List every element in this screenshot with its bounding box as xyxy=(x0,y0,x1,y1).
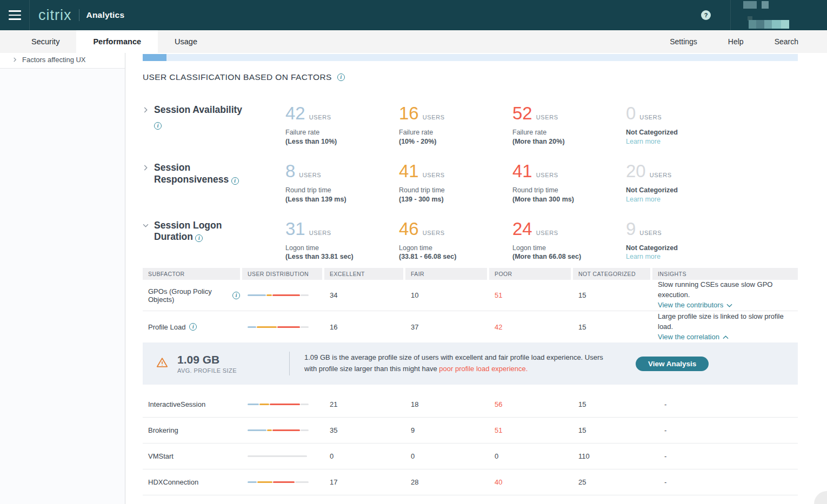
horizontal-scrollbar[interactable] xyxy=(143,54,798,61)
search-link[interactable]: Search xyxy=(775,37,798,46)
poor-count: 51 xyxy=(489,426,571,434)
col-poor[interactable]: POOR xyxy=(489,268,571,280)
factor-session-responsiveness: Session Responsiveness i 8USERS Round tr… xyxy=(143,162,798,204)
stat-unit: USERS xyxy=(639,114,662,120)
excellent-count: 35 xyxy=(324,426,403,434)
insight-text: - xyxy=(652,478,798,486)
scrollbar-thumb[interactable] xyxy=(143,54,166,61)
col-subfactor[interactable]: SUBFACTOR xyxy=(143,268,240,280)
info-icon[interactable]: i xyxy=(195,234,203,242)
stat-not-categorized: 9USERS Not Categorized Learn more xyxy=(626,220,798,262)
primary-tab-bar: Security Performance Usage Settings Help… xyxy=(0,30,827,53)
stat-range: (139 - 300 ms) xyxy=(399,195,512,204)
stat-metric: Failure rate xyxy=(399,128,512,137)
not-categorized-count: 25 xyxy=(573,478,650,486)
left-sidebar: Factors affecting UX xyxy=(0,53,125,504)
stat-value: 41 xyxy=(512,161,532,181)
info-icon[interactable]: i xyxy=(154,122,162,130)
sidebar-item-factors-affecting-ux[interactable]: Factors affecting UX xyxy=(0,53,125,69)
stat-value: 0 xyxy=(626,103,636,123)
avg-profile-size-label: AVG. PROFILE SIZE xyxy=(177,367,237,374)
subfactor-name: Profile Load xyxy=(148,323,185,331)
not-categorized-count: 15 xyxy=(573,323,650,331)
poor-count: 42 xyxy=(489,323,571,331)
stat-not-categorized: 20USERS Not Categorized Learn more xyxy=(626,162,798,204)
col-insights[interactable]: INSIGHTS xyxy=(652,268,798,280)
sidebar-item-label: Factors affecting UX xyxy=(22,56,86,64)
chevron-right-icon xyxy=(12,57,17,62)
excellent-count: 21 xyxy=(324,400,403,408)
not-categorized-count: 110 xyxy=(573,452,650,460)
table-row: InteractiveSession 21 18 56 15 - xyxy=(143,392,798,418)
view-contributors-link[interactable]: View the contributors xyxy=(658,300,732,311)
stat-range: (Less than 10%) xyxy=(285,137,399,146)
help-icon[interactable]: ? xyxy=(701,10,711,20)
profile-size-banner: 1.09 GB AVG. PROFILE SIZE 1.09 GB is the… xyxy=(143,342,798,385)
factor-title: Session Logon Duration xyxy=(154,220,222,243)
settings-link[interactable]: Settings xyxy=(670,37,697,46)
banner-highlight: poor profile load experience. xyxy=(439,365,528,373)
stat-value: 9 xyxy=(626,219,636,239)
stat-excellent: 31USERS Logon time (Less than 33.81 sec) xyxy=(285,220,399,262)
tab-usage[interactable]: Usage xyxy=(158,30,214,53)
chevron-right-icon[interactable] xyxy=(143,107,149,113)
col-fair[interactable]: FAIR xyxy=(405,268,487,280)
stat-range: (Less than 33.81 sec) xyxy=(285,252,399,261)
tab-security[interactable]: Security xyxy=(15,30,76,53)
user-distribution-bar xyxy=(248,455,309,457)
col-not-categorized[interactable]: NOT CATEGORIZED xyxy=(573,268,650,280)
stat-value: 24 xyxy=(512,219,532,239)
stat-not-categorized: 0USERS Not Categorized Learn more xyxy=(626,104,798,146)
table-row: VMStart 0 0 0 110 - xyxy=(143,443,798,469)
info-icon[interactable]: i xyxy=(189,323,197,331)
table-row: Profile Load i 16 37 42 15 Large profile… xyxy=(143,311,798,342)
stat-unit: USERS xyxy=(650,172,672,178)
stat-unit: USERS xyxy=(536,114,558,120)
col-user-distribution[interactable]: USER DISTRIBUTION xyxy=(242,268,322,280)
app-title: Analytics xyxy=(86,10,125,20)
account-area-redacted[interactable] xyxy=(731,0,827,30)
table-header-row: SUBFACTOR USER DISTRIBUTION EXCELLENT FA… xyxy=(143,268,798,280)
stat-excellent: 42USERS Failure rate (Less than 10%) xyxy=(285,104,399,146)
stat-range: (Less than 139 ms) xyxy=(285,195,399,204)
user-distribution-bar xyxy=(248,404,309,405)
chevron-down-icon[interactable] xyxy=(143,223,149,229)
fair-count: 28 xyxy=(405,478,487,486)
learn-more-link[interactable]: Learn more xyxy=(626,137,798,146)
fair-count: 10 xyxy=(405,291,487,299)
stat-unit: USERS xyxy=(423,114,445,120)
user-distribution-bar xyxy=(248,481,309,483)
help-link[interactable]: Help xyxy=(728,37,744,46)
insight-text: Slow running CSEs cause slow GPO executi… xyxy=(658,280,792,300)
redacted-block xyxy=(743,1,757,9)
learn-more-link[interactable]: Learn more xyxy=(626,195,798,204)
page-title: USER CLASSIFICATION BASED ON FACTORS xyxy=(143,72,332,82)
poor-count: 0 xyxy=(489,452,571,460)
hamburger-menu-icon[interactable] xyxy=(0,0,29,30)
stat-metric: Not Categorized xyxy=(626,244,798,253)
info-icon[interactable]: i xyxy=(232,292,240,299)
excellent-count: 16 xyxy=(324,323,403,331)
fair-count: 18 xyxy=(405,400,487,408)
user-distribution-bar xyxy=(248,294,309,296)
table-row: Brokering 35 9 51 15 - xyxy=(143,418,798,443)
col-excellent[interactable]: EXCELLENT xyxy=(324,268,403,280)
stat-poor: 52USERS Failure rate (More than 20%) xyxy=(512,104,626,146)
info-icon[interactable]: i xyxy=(337,73,345,81)
view-correlation-link[interactable]: View the correlation xyxy=(658,332,729,342)
avg-profile-size-value: 1.09 GB xyxy=(177,353,237,366)
stat-value: 8 xyxy=(285,161,295,181)
not-categorized-count: 15 xyxy=(573,291,650,299)
chevron-right-icon[interactable] xyxy=(143,165,149,171)
table-row: Authentication 44 1 50 15 - xyxy=(143,495,798,504)
factor-session-logon-duration: Session Logon Duration i 31USERS Logon t… xyxy=(143,220,798,262)
stat-fair: 41USERS Round trip time (139 - 300 ms) xyxy=(399,162,512,204)
stat-unit: USERS xyxy=(536,230,558,236)
tab-performance[interactable]: Performance xyxy=(76,30,158,53)
stat-unit: USERS xyxy=(423,172,445,178)
learn-more-link[interactable]: Learn more xyxy=(626,252,798,261)
info-icon[interactable]: i xyxy=(231,177,239,185)
poor-count: 40 xyxy=(489,478,571,486)
view-analysis-button[interactable]: View Analysis xyxy=(636,357,709,371)
excellent-count: 17 xyxy=(324,478,403,486)
